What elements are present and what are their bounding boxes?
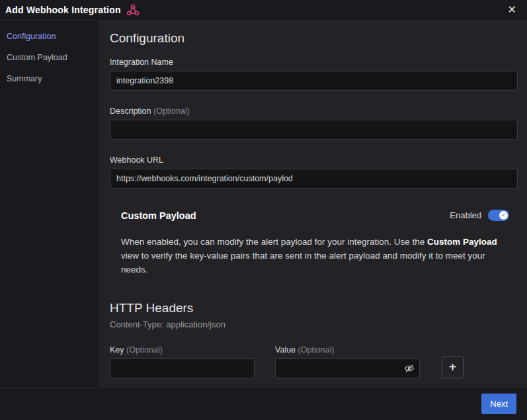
description-input[interactable] — [110, 120, 518, 140]
http-headers-title: HTTP Headers — [110, 301, 518, 315]
custom-payload-header: Custom Payload Enabled ✓ — [121, 210, 509, 221]
description-text-bold: Custom Payload — [427, 237, 497, 247]
header-value-label: Value (Optional) — [275, 345, 420, 355]
integration-name-field-group: Integration Name — [110, 58, 518, 91]
sidebar-item-summary[interactable]: Summary — [0, 68, 99, 89]
http-header-row: Key (Optional) Value (Optional) — [110, 345, 518, 378]
http-headers-section: HTTP Headers Content-Type: application/j… — [110, 301, 518, 378]
header-key-label: Key (Optional) — [110, 345, 255, 355]
header-value-group: Value (Optional) — [275, 345, 420, 378]
description-text-part: view to verify the key-value pairs that … — [121, 251, 485, 274]
next-button[interactable]: Next — [481, 394, 516, 414]
header-key-label-text: Key — [110, 345, 124, 355]
close-icon[interactable]: ✕ — [505, 3, 519, 17]
description-optional-tag: (Optional) — [153, 106, 190, 116]
eye-slash-icon[interactable] — [403, 362, 416, 375]
sidebar-item-custom-payload[interactable]: Custom Payload — [0, 47, 99, 68]
content-type-text: Content-Type: application/json — [110, 319, 518, 329]
header-key-input[interactable] — [110, 358, 255, 378]
modal-body: Configuration Custom Payload Summary Con… — [0, 21, 527, 387]
page-title: Configuration — [110, 31, 518, 46]
custom-payload-title: Custom Payload — [121, 210, 196, 221]
custom-payload-toggle[interactable]: ✓ — [488, 210, 509, 221]
custom-payload-status-label: Enabled — [450, 210, 481, 220]
add-webhook-integration-modal: Add Webhook Integration ✕ Configuration … — [0, 0, 527, 420]
custom-payload-section: Custom Payload Enabled ✓ When enabled, y… — [110, 204, 518, 277]
header-key-group: Key (Optional) — [110, 345, 255, 378]
webhook-url-input[interactable] — [110, 169, 518, 189]
header-value-label-text: Value — [275, 345, 296, 355]
header-key-optional-tag: (Optional) — [126, 345, 163, 355]
header-value-optional-tag: (Optional) — [298, 345, 335, 355]
configuration-panel: Configuration Integration Name Descripti… — [99, 21, 527, 387]
custom-payload-description: When enabled, you can modify the alert p… — [121, 235, 509, 277]
modal-footer: Next — [0, 387, 527, 420]
description-label: Description (Optional) — [110, 106, 518, 116]
webhook-url-field-group: Webhook URL — [110, 155, 518, 189]
header-value-input[interactable] — [275, 358, 420, 378]
modal-header: Add Webhook Integration ✕ — [0, 0, 527, 21]
integration-name-label: Integration Name — [110, 58, 518, 67]
webhook-url-label: Webhook URL — [110, 155, 518, 165]
webhook-icon — [126, 3, 140, 17]
header-value-input-wrap — [275, 358, 420, 378]
sidebar: Configuration Custom Payload Summary — [0, 21, 99, 387]
description-text-part: When enabled, you can modify the alert p… — [121, 237, 427, 247]
add-header-button[interactable]: + — [442, 357, 464, 378]
description-field-group: Description (Optional) — [110, 106, 518, 140]
sidebar-item-configuration[interactable]: Configuration — [0, 26, 99, 47]
toggle-check-icon: ✓ — [499, 211, 508, 220]
integration-name-input[interactable] — [110, 71, 518, 91]
description-label-text: Description — [110, 106, 151, 116]
modal-title: Add Webhook Integration — [5, 5, 121, 15]
